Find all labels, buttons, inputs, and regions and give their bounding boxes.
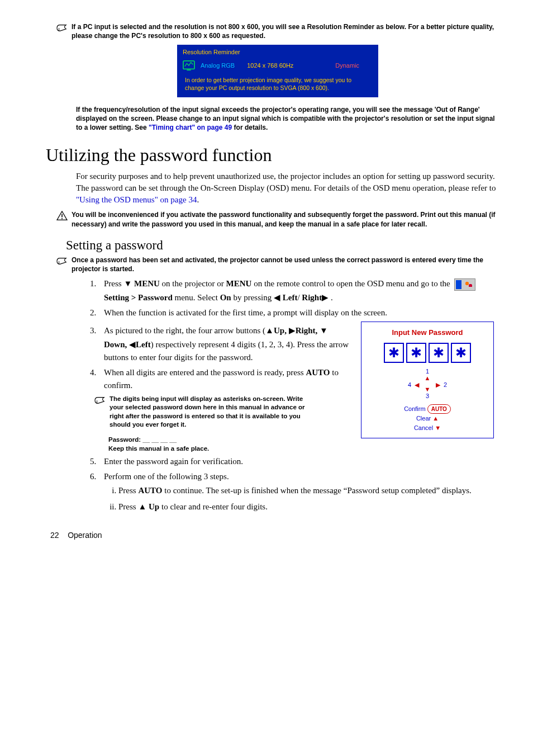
right-triangle-icon: ▶ bbox=[322, 292, 329, 302]
reminder-source: Analog RGB bbox=[201, 62, 235, 70]
arrow-right-icon: ▶ bbox=[436, 381, 440, 389]
svg-rect-2 bbox=[187, 69, 191, 70]
warning-icon bbox=[56, 211, 68, 221]
substep-i: Press AUTO to continue. The set-up is fi… bbox=[118, 484, 499, 497]
star-icon: ✱ bbox=[406, 343, 426, 363]
hand-note-icon bbox=[56, 23, 68, 33]
note-digits-text: The digits being input will display as a… bbox=[110, 395, 317, 429]
svg-point-5 bbox=[61, 218, 63, 219]
step-4: When all digits are entered and the pass… bbox=[98, 366, 350, 393]
password-stars: ✱ ✱ ✱ ✱ bbox=[366, 343, 489, 363]
heading-utilizing-password: Utilizing the password function bbox=[46, 143, 499, 168]
steps-list-cont: As pictured to the right, the four arrow… bbox=[76, 324, 350, 392]
resolution-reminder-panel: Resolution Reminder Analog RGB 1024 x 76… bbox=[177, 45, 378, 97]
heading-setting-password: Setting a password bbox=[66, 237, 499, 254]
left-triangle-icon: ◀ bbox=[274, 292, 280, 302]
up-triangle-icon: ▲ bbox=[138, 502, 146, 511]
hand-note-icon bbox=[94, 395, 106, 405]
substeps: Press AUTO to continue. The set-up is fi… bbox=[104, 484, 499, 513]
reminder-message: In order to get better projection image … bbox=[177, 76, 378, 92]
panel-legend: Confirm AUTO Clear ▲ Cancel ▼ bbox=[366, 404, 489, 433]
down-triangle-icon: ▼ bbox=[320, 325, 328, 335]
note-digits: The digits being input will display as a… bbox=[94, 395, 317, 429]
reminder-mode: Dynamic bbox=[335, 62, 359, 70]
password-record: Password: __ __ __ __ Keep this manual i… bbox=[108, 435, 350, 453]
substep-ii: Press ▲ Up to clear and re-enter four di… bbox=[118, 500, 499, 513]
arrow-up-icon: ▲ bbox=[425, 374, 431, 382]
step-1: Press ▼ MENU on the projector or MENU on… bbox=[98, 277, 499, 304]
monitor-icon bbox=[183, 60, 195, 72]
step-5: Enter the password again for verificatio… bbox=[98, 455, 499, 468]
warning-inconvenienced: You will be inconvenienced if you activa… bbox=[56, 210, 499, 228]
note-once-set: Once a password has been set and activat… bbox=[56, 256, 499, 273]
up-label: Up bbox=[146, 502, 159, 511]
right-label: Right bbox=[302, 293, 322, 302]
up-triangle-icon: ▲ bbox=[265, 325, 274, 335]
left-label: Left bbox=[280, 293, 297, 302]
steps-list: Press ▼ MENU on the projector or MENU on… bbox=[76, 277, 499, 319]
note-once-set-text: Once a password has been set and activat… bbox=[72, 256, 499, 273]
arrow-down-icon: ▼ bbox=[435, 424, 441, 431]
reminder-title: Resolution Reminder bbox=[177, 45, 378, 59]
down-triangle-icon: ▼ bbox=[123, 278, 132, 288]
note-resolution: If a PC input is selected and the resolu… bbox=[56, 22, 499, 40]
step-2: When the function is activated for the f… bbox=[98, 306, 499, 319]
input-password-panel: Input New Password ✱ ✱ ✱ ✱ 1 ▲ 4 ◀ ▶ 2 ▼… bbox=[361, 322, 494, 438]
osd-menus-link[interactable]: "Using the OSD menus" on page 34 bbox=[76, 195, 197, 204]
hand-note-icon bbox=[56, 256, 68, 266]
setting-menu-icon bbox=[454, 278, 475, 291]
arrow-left-icon: ◀ bbox=[415, 381, 419, 389]
panel-title: Input New Password bbox=[366, 328, 489, 338]
page-footer: 22 Operation bbox=[50, 530, 499, 541]
steps-list-final: Enter the password again for verificatio… bbox=[76, 455, 499, 513]
star-icon: ✱ bbox=[384, 343, 404, 363]
left-triangle-icon: ◀ bbox=[129, 339, 136, 349]
reminder-row: Analog RGB 1024 x 768 60Hz Dynamic bbox=[177, 59, 378, 76]
warning-text: You will be inconvenienced if you activa… bbox=[72, 210, 499, 228]
step-6: Perform one of the following 3 steps. Pr… bbox=[98, 470, 499, 513]
page-number: 22 bbox=[50, 531, 59, 540]
star-icon: ✱ bbox=[451, 343, 471, 363]
star-icon: ✱ bbox=[429, 343, 449, 363]
step-3: As pictured to the right, the four arrow… bbox=[98, 324, 350, 364]
note-resolution-text: If a PC input is selected and the resolu… bbox=[72, 22, 499, 40]
intro-paragraph: For security purposes and to help preven… bbox=[76, 171, 499, 206]
section-name: Operation bbox=[68, 531, 102, 540]
timing-chart-link[interactable]: "Timing chart" on page 49 bbox=[149, 124, 232, 131]
reminder-value: 1024 x 768 60Hz bbox=[247, 62, 293, 70]
direction-cross: 1 ▲ 4 ◀ ▶ 2 ▼ 3 bbox=[408, 367, 447, 401]
auto-pill: AUTO bbox=[427, 404, 451, 414]
right-triangle-icon: ▶ bbox=[289, 325, 296, 335]
arrow-up-icon: ▲ bbox=[432, 415, 439, 422]
note-frequency: If the frequency/resolution of the input… bbox=[76, 105, 499, 133]
